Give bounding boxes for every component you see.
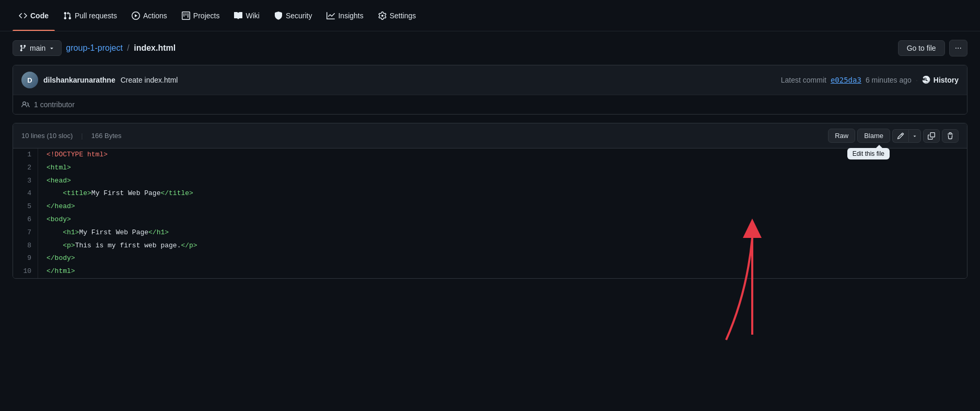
contributor-count: 1 contributor	[34, 100, 75, 109]
code-actions: Raw Blame Edit this file	[828, 129, 959, 143]
nav-item-projects[interactable]: Projects	[176, 7, 226, 24]
breadcrumb-repo-link[interactable]: group-1-project	[66, 43, 123, 52]
commit-message: Create index.html	[121, 76, 178, 84]
top-navigation: Code Pull requests Actions Projects	[0, 0, 980, 31]
copy-button[interactable]	[923, 129, 940, 143]
commit-row: D dilshankarunarathne Create index.html …	[13, 65, 967, 95]
code-icon	[19, 12, 27, 20]
commit-right: Latest commit e025da3 6 minutes ago · Hi…	[781, 76, 959, 84]
nav-item-insights[interactable]: Insights	[320, 7, 369, 24]
contributors-icon	[21, 100, 30, 109]
line-content: </html>	[38, 265, 84, 278]
breadcrumb-actions: Go to file ···	[898, 40, 967, 56]
code-line: 5 </head>	[13, 200, 967, 213]
line-content: <body>	[38, 213, 79, 226]
code-line: 3 <head>	[13, 175, 967, 188]
security-icon	[274, 12, 283, 20]
blame-button[interactable]: Blame	[857, 129, 890, 143]
delete-button[interactable]	[942, 129, 959, 143]
line-number: 2	[13, 162, 38, 175]
pencil-icon	[897, 132, 904, 140]
code-line: 1 <!DOCTYPE html>	[13, 149, 967, 162]
nav-item-security[interactable]: Security	[268, 7, 319, 24]
breadcrumb-left: main group-1-project / index.html	[13, 40, 176, 56]
line-number: 8	[13, 239, 38, 253]
code-line: 7 <h1>My First Web Page</h1>	[13, 226, 967, 239]
edit-file-group: Edit this file	[892, 129, 921, 143]
nav-item-actions[interactable]: Actions	[125, 7, 173, 24]
code-line: 9 </body>	[13, 252, 967, 265]
line-number: 9	[13, 252, 38, 265]
nav-label-security: Security	[286, 12, 312, 20]
code-panel: 10 lines (10 sloc) | 166 Bytes Raw Blame…	[13, 123, 967, 279]
breadcrumb-file: index.html	[134, 43, 176, 52]
commit-panel: D dilshankarunarathne Create index.html …	[13, 65, 967, 115]
line-content: <p>This is my first web page.</p>	[38, 239, 206, 253]
branch-selector[interactable]: main	[13, 40, 62, 56]
line-content: <head>	[38, 175, 79, 188]
nav-item-settings[interactable]: Settings	[372, 7, 423, 24]
nav-label-actions: Actions	[143, 12, 167, 20]
breadcrumb-bar: main group-1-project / index.html Go to …	[0, 31, 980, 65]
chevron-down-small-icon	[912, 133, 917, 139]
code-size: 166 Bytes	[91, 132, 122, 140]
actions-icon	[132, 12, 140, 20]
code-line: 4 <title>My First Web Page</title>	[13, 187, 967, 200]
insights-icon	[326, 12, 335, 20]
code-line: 2 <html>	[13, 162, 967, 175]
line-number: 7	[13, 226, 38, 239]
raw-button[interactable]: Raw	[828, 129, 855, 143]
line-number: 3	[13, 175, 38, 188]
line-number: 10	[13, 265, 38, 278]
commit-author[interactable]: dilshankarunarathne	[43, 76, 115, 84]
nav-label-settings: Settings	[390, 12, 416, 20]
avatar: D	[21, 72, 38, 88]
line-number: 6	[13, 213, 38, 226]
line-content: <h1>My First Web Page</h1>	[38, 226, 177, 239]
pull-requests-icon	[63, 12, 72, 20]
code-line: 6 <body>	[13, 213, 967, 226]
history-icon	[922, 76, 930, 84]
projects-icon	[182, 12, 190, 20]
copy-icon	[928, 132, 935, 140]
code-line: 8 <p>This is my first web page.</p>	[13, 239, 967, 253]
line-number: 4	[13, 187, 38, 200]
nav-label-pull-requests: Pull requests	[75, 12, 117, 20]
edit-dropdown-button[interactable]	[908, 129, 921, 143]
nav-label-projects: Projects	[193, 12, 220, 20]
more-options-button[interactable]: ···	[949, 40, 967, 56]
line-number: 1	[13, 149, 38, 162]
line-content: <html>	[38, 162, 79, 175]
code-body: 1 <!DOCTYPE html> 2 <html> 3 <head> 4 <t…	[13, 149, 967, 278]
code-line: 10 </html>	[13, 265, 967, 278]
line-content: <!DOCTYPE html>	[38, 149, 116, 162]
history-label: History	[934, 76, 959, 84]
branch-icon	[19, 44, 27, 52]
edit-file-button[interactable]	[892, 129, 908, 143]
code-meta: 10 lines (10 sloc) | 166 Bytes	[21, 132, 122, 140]
chevron-down-icon	[49, 45, 55, 51]
contributor-row: 1 contributor	[13, 95, 967, 114]
commit-hash[interactable]: e025da3	[831, 76, 861, 84]
line-number: 5	[13, 200, 38, 213]
goto-file-button[interactable]: Go to file	[898, 40, 945, 56]
line-content: </body>	[38, 252, 84, 265]
wiki-icon	[234, 12, 242, 20]
line-content: </head>	[38, 200, 84, 213]
nav-item-pull-requests[interactable]: Pull requests	[57, 7, 123, 24]
code-lines: 10 lines (10 sloc)	[21, 132, 73, 140]
breadcrumb: group-1-project / index.html	[66, 43, 176, 53]
nav-item-code[interactable]: Code	[13, 7, 55, 24]
nav-label-insights: Insights	[338, 12, 363, 20]
commit-left: D dilshankarunarathne Create index.html	[21, 72, 178, 88]
trash-icon	[947, 132, 954, 140]
branch-name: main	[30, 44, 45, 52]
breadcrumb-separator: /	[127, 43, 129, 52]
code-header: 10 lines (10 sloc) | 166 Bytes Raw Blame…	[13, 123, 967, 149]
nav-label-code: Code	[30, 12, 49, 20]
nav-item-wiki[interactable]: Wiki	[228, 7, 265, 24]
latest-commit-label: Latest commit	[781, 76, 826, 84]
line-content: <title>My First Web Page</title>	[38, 187, 202, 200]
commit-time: 6 minutes ago	[866, 76, 912, 84]
history-button[interactable]: History	[922, 76, 959, 84]
